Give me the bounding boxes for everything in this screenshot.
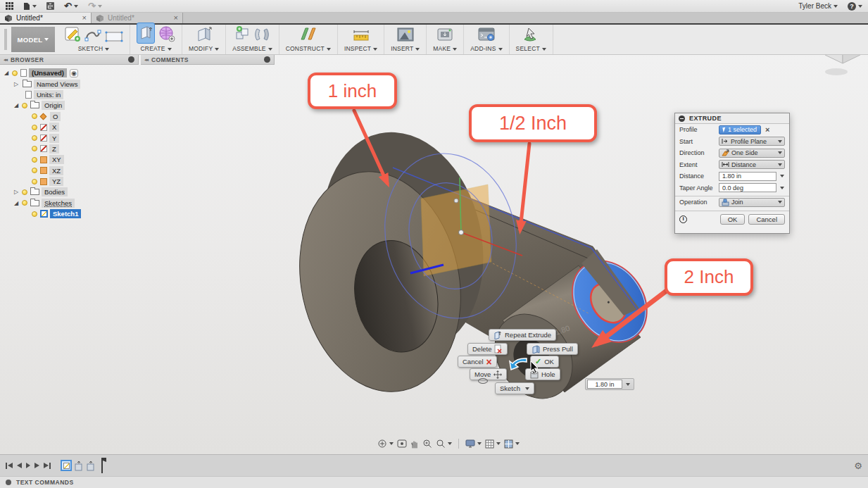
save-icon[interactable] [46,2,54,10]
tree-row-o[interactable]: O [1,111,142,122]
visibility-bulb-icon[interactable] [32,125,37,130]
tab-close-icon[interactable]: × [82,14,87,22]
zoom-window-icon[interactable] [436,439,452,449]
visibility-bulb-icon[interactable] [32,211,37,217]
extrude-icon-active[interactable] [137,23,155,44]
group-label-insert[interactable]: INSERT [391,45,420,52]
measure-icon[interactable] [352,28,370,44]
viewports-icon[interactable] [504,439,520,449]
timeline-go-start-icon[interactable] [6,463,13,469]
timeline-step-back-icon[interactable] [17,463,22,468]
spline-icon[interactable] [84,28,101,44]
menu-sketch[interactable]: Sketch [495,382,534,394]
redo-icon[interactable]: ↷ [88,1,102,11]
tree-row-y[interactable]: Y [1,132,142,143]
visibility-bulb-icon[interactable] [32,157,37,163]
visibility-bulb-icon[interactable] [32,146,37,151]
distance-expr-caret-icon[interactable] [780,175,784,177]
tree-row-sketches[interactable]: ◢ Sketches [1,198,142,208]
browser-panel-header[interactable]: ◂◂ BROWSER [0,55,139,65]
timeline-item-sketch1[interactable] [61,460,72,471]
distance-value-field[interactable]: 1.80 in [587,380,622,389]
file-menu-icon[interactable] [23,2,37,11]
visibility-bulb-icon[interactable] [32,135,37,141]
taper-expr-caret-icon[interactable] [780,187,784,189]
group-label-select[interactable]: SELECT [516,45,546,52]
distance-manipulator-input[interactable]: 1.80 in [585,378,634,390]
expander-open-icon[interactable]: ◢ [3,70,10,76]
create-sketch-icon[interactable] [64,25,81,44]
construct-plane-icon[interactable] [299,25,317,44]
group-label-create[interactable]: CREATE [140,45,171,52]
menu-repeat-extrude[interactable]: Repeat Extrude [489,329,556,341]
app-grid-icon[interactable] [6,2,13,10]
profile-selected-chip[interactable]: 1 selected [719,125,761,134]
comments-minimize-icon[interactable] [264,56,270,63]
timeline-step-forward-icon[interactable] [26,463,30,468]
visibility-bulb-icon[interactable] [12,70,18,76]
dialog-header[interactable]: EXTRUDE [675,113,789,124]
3d-print-icon[interactable] [436,27,453,44]
tree-row-xz[interactable]: XZ [1,165,142,176]
collapse-icon[interactable]: ◂◂ [4,57,7,63]
help-icon[interactable]: ? [848,2,856,11]
undo-icon[interactable]: ↶ [64,1,78,11]
visibility-bulb-icon[interactable] [32,179,37,184]
display-settings-icon[interactable] [465,439,482,449]
ok-button[interactable]: OK [720,214,746,225]
visibility-bulb-icon[interactable] [32,113,37,119]
look-at-icon[interactable] [397,439,407,448]
joint-icon[interactable] [254,27,270,44]
expander-open-icon[interactable]: ◢ [13,102,20,108]
text-commands-label[interactable]: TEXT COMMANDS [16,479,74,486]
toolbar-grip[interactable] [4,29,7,50]
visibility-bulb-icon[interactable] [22,103,27,108]
text-commands-icon[interactable] [6,480,11,485]
pan-icon[interactable] [410,439,419,449]
tree-row-yz[interactable]: YZ [1,176,142,187]
insert-image-icon[interactable] [396,27,415,44]
expander-closed-icon[interactable]: ▷ [13,189,20,195]
tree-row-bodies[interactable]: ▷ Bodies [1,187,142,197]
group-label-modify[interactable]: MODIFY [189,45,219,52]
timeline-go-end-icon[interactable] [44,463,51,469]
visibility-bulb-icon[interactable] [22,189,27,195]
tree-row-origin[interactable]: ◢ Origin [1,100,142,111]
start-dropdown[interactable]: Profile Plane [719,137,785,146]
menu-cancel[interactable]: Cancel × [458,356,497,368]
timeline-play-icon[interactable] [34,463,39,468]
timeline-playhead[interactable] [98,456,106,475]
tree-row-sketch1[interactable]: Sketch1 [1,208,142,219]
collapse-icon[interactable]: ◂◂ [144,57,148,63]
tab-close-icon[interactable]: × [174,14,178,22]
timeline-item-extrude2[interactable] [86,460,96,472]
menu-delete[interactable]: Delete [467,343,508,355]
group-label-construct[interactable]: CONSTRUCT [286,45,331,52]
form-icon[interactable] [158,25,175,44]
press-pull-icon[interactable] [196,25,213,44]
workspace-switcher[interactable]: MODEL [11,27,55,52]
info-icon[interactable]: i [679,215,687,223]
timeline-item-extrude1[interactable] [74,460,84,472]
tree-row-xy[interactable]: XY [1,154,142,165]
tree-row-z[interactable]: Z [1,144,142,154]
group-label-make[interactable]: MAKE [433,45,457,52]
grid-settings-icon[interactable] [485,439,501,449]
tree-row-units[interactable]: Units: in [1,89,142,100]
visibility-bulb-icon[interactable] [32,168,37,173]
tree-row-root[interactable]: ◢ (Unsaved) ◉ [1,68,142,78]
tab-untitled-2[interactable]: Untitled* × [92,13,183,23]
operation-dropdown[interactable]: Join [719,198,785,207]
timeline-settings-gear-icon[interactable]: ⚙ [854,461,862,471]
visibility-bulb-icon[interactable] [22,200,27,206]
group-label-sketch[interactable]: SKETCH [78,45,110,52]
tab-untitled-1[interactable]: Untitled* × [0,13,92,23]
distance-dropdown-icon[interactable] [626,383,630,386]
expander-open-icon[interactable]: ◢ [13,200,20,206]
menu-move[interactable]: Move [470,368,507,380]
scripts-addins-icon[interactable] [477,27,496,44]
select-cursor-icon[interactable] [522,27,540,44]
group-label-assemble[interactable]: ASSEMBLE [232,45,272,52]
tree-row-x[interactable]: X [1,122,142,132]
browser-minimize-icon[interactable] [128,56,134,63]
